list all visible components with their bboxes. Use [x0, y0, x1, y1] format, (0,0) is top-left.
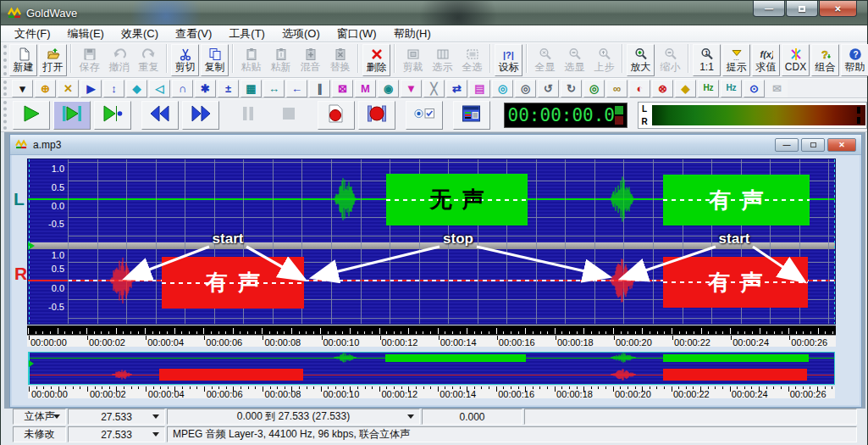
- effect-tool-button-25[interactable]: ↻: [561, 80, 582, 97]
- new-file-button[interactable]: 新建: [9, 44, 37, 76]
- close-button[interactable]: ✕: [819, 1, 857, 17]
- effect-tool-button-30[interactable]: ◆: [675, 80, 696, 97]
- effect-tool-button-18[interactable]: ▼: [401, 80, 422, 97]
- cdx-button[interactable]: CDX: [782, 44, 810, 76]
- effect-tool-button-28[interactable]: ◐: [629, 80, 650, 97]
- play-button[interactable]: [13, 101, 50, 130]
- menu-item-tools[interactable]: 工具(T): [220, 25, 274, 42]
- play-from-button[interactable]: [94, 101, 131, 130]
- effect-tool-button-32[interactable]: Hz: [721, 80, 742, 97]
- open-folder-button[interactable]: 打开: [39, 44, 67, 76]
- play-selection-button[interactable]: [53, 101, 91, 130]
- effect-tool-button-11[interactable]: ▦: [240, 80, 262, 97]
- control-properties-button[interactable]: [453, 101, 490, 130]
- menu-item-options[interactable]: 选项(O): [274, 25, 329, 42]
- effect-tool-button-31[interactable]: Hz: [698, 80, 719, 97]
- channel-selector[interactable]: 立体声: [13, 409, 66, 425]
- zoom-1-1-icon: 1: [700, 47, 714, 62]
- effect-tool-button-19[interactable]: ╳: [423, 80, 445, 97]
- record-button[interactable]: [358, 101, 395, 130]
- timeline-ruler[interactable]: 00:00:0000:00:0200:00:0400:00:0600:00:08…: [27, 335, 836, 347]
- effect-tool-button-4[interactable]: ▶: [80, 80, 102, 97]
- doc-restore-button[interactable]: [801, 138, 825, 152]
- scissors-icon: [179, 47, 192, 62]
- timeline-tick-strip[interactable]: [27, 325, 836, 335]
- ruler-tick: [101, 331, 102, 334]
- ruler-tick: [394, 331, 395, 334]
- toolbar-drag-handle[interactable]: [3, 101, 9, 130]
- effect-tool-button-9[interactable]: ✱: [195, 80, 216, 97]
- ruler-tick: [108, 331, 109, 334]
- effect-tool-button-2[interactable]: ⊕: [35, 80, 56, 97]
- menu-item-view[interactable]: 查看(V): [167, 25, 220, 42]
- effect-tool-button-16[interactable]: M: [355, 80, 376, 97]
- copy-pages-button[interactable]: 复制: [201, 44, 229, 76]
- effect-tool-button-23[interactable]: ◎: [515, 80, 536, 97]
- restore-button[interactable]: [786, 1, 818, 17]
- effect-tool-button-21[interactable]: ▤: [469, 80, 490, 97]
- evaluate-fx-button[interactable]: f(x)求值: [752, 44, 780, 76]
- menu-item-help[interactable]: 帮助(H): [385, 25, 440, 42]
- effect-tool-button-14[interactable]: ∥: [309, 80, 330, 97]
- clipboard-icon: [245, 47, 258, 62]
- effect-tool-button-7[interactable]: ◁: [149, 80, 170, 97]
- effect-tool-button-13[interactable]: ←: [286, 80, 307, 97]
- effect-tool-button-20[interactable]: ⇄: [446, 80, 467, 97]
- scissors-button[interactable]: 剪切: [171, 44, 199, 76]
- trim-pages-icon: [406, 47, 420, 62]
- hints-dropdown-button[interactable]: ...提示: [722, 44, 750, 76]
- transport-toolbar: 00:00:00.0 L R: [1, 98, 867, 132]
- menu-item-window[interactable]: 窗口(W): [329, 25, 385, 42]
- fast-forward-button[interactable]: [182, 101, 219, 130]
- toolbar-drag-handle[interactable]: [3, 81, 9, 96]
- delete-x-button[interactable]: 删除: [362, 44, 390, 76]
- effect-tool-button-17[interactable]: ◉: [378, 80, 399, 97]
- effect-tool-button-33[interactable]: ⊙: [744, 80, 765, 97]
- ruler-label-tick: [87, 336, 88, 340]
- sound-window-title-bar[interactable]: a.mp3 — ✕: [10, 135, 861, 155]
- menu-item-file[interactable]: 文件(F): [6, 25, 59, 42]
- effect-tool-button-24[interactable]: ↺: [538, 80, 559, 97]
- undo-arrow-icon: [113, 47, 126, 62]
- record-new-button[interactable]: [318, 101, 355, 130]
- waveform-view[interactable]: 1.01.00.50.50.00.0-0.5-0.5无声有声有声有声starts…: [27, 159, 836, 325]
- zoom-1-1-button[interactable]: 11:1: [693, 44, 721, 76]
- monitor-toggle[interactable]: [406, 101, 443, 130]
- doc-close-button[interactable]: ✕: [827, 138, 856, 152]
- effect-tool-button-5[interactable]: ↕: [103, 80, 124, 97]
- effect-tool-button-22[interactable]: ◎: [492, 80, 513, 97]
- doc-minimize-button[interactable]: —: [775, 138, 799, 152]
- effect-tool-button-1[interactable]: ▾: [12, 80, 33, 97]
- effect-tool-button-27[interactable]: ∞: [606, 80, 628, 97]
- ruler-tick: [605, 387, 606, 389]
- help-question-button[interactable]: ?帮助: [841, 44, 868, 76]
- overview-ruler[interactable]: 00:00:0000:00:0200:00:0400:00:0600:00:08…: [28, 387, 835, 398]
- effect-tool-icon: ∩: [179, 83, 186, 94]
- effect-tool-button-29[interactable]: ⊗: [652, 80, 673, 97]
- ruler-tick: [364, 331, 365, 334]
- overview-panel[interactable]: [28, 352, 835, 385]
- marker-flag-button[interactable]: |?|设标: [495, 44, 522, 76]
- menu-item-edit[interactable]: 编辑(E): [59, 25, 113, 42]
- amplitude-scale-label: 0.5: [28, 264, 64, 274]
- effect-tool-button-10[interactable]: ±: [218, 80, 239, 97]
- ruler-time-label: 00:00:16: [499, 337, 535, 348]
- help-question-icon: ?: [849, 47, 862, 62]
- effect-tool-button-15[interactable]: ⊠: [332, 80, 353, 97]
- effect-tool-button-6[interactable]: ◆: [126, 80, 147, 97]
- effect-tool-button-12[interactable]: ↔: [263, 80, 285, 97]
- bundle-question-button[interactable]: ?组合: [811, 44, 839, 76]
- file-length-display[interactable]: 27.533: [68, 409, 165, 425]
- selection-range-display[interactable]: 0.000 到 27.533 (27.533): [167, 409, 420, 425]
- effect-tool-button-3[interactable]: ✕: [58, 80, 79, 97]
- doc-restore-icon: [810, 142, 816, 147]
- effect-tool-button-8[interactable]: ∩: [172, 80, 193, 97]
- minimize-button[interactable]: —: [753, 1, 785, 17]
- zoom-in-button[interactable]: 放大: [627, 44, 655, 76]
- toolbar-drag-handle[interactable]: [3, 45, 7, 75]
- rewind-button[interactable]: [141, 101, 179, 130]
- menu-item-effects[interactable]: 效果(C): [113, 25, 167, 42]
- effect-tool-button-26[interactable]: ◎: [583, 80, 605, 97]
- selection-length-display[interactable]: 27.533: [68, 426, 165, 442]
- title-bar[interactable]: GoldWave — ✕: [1, 1, 867, 25]
